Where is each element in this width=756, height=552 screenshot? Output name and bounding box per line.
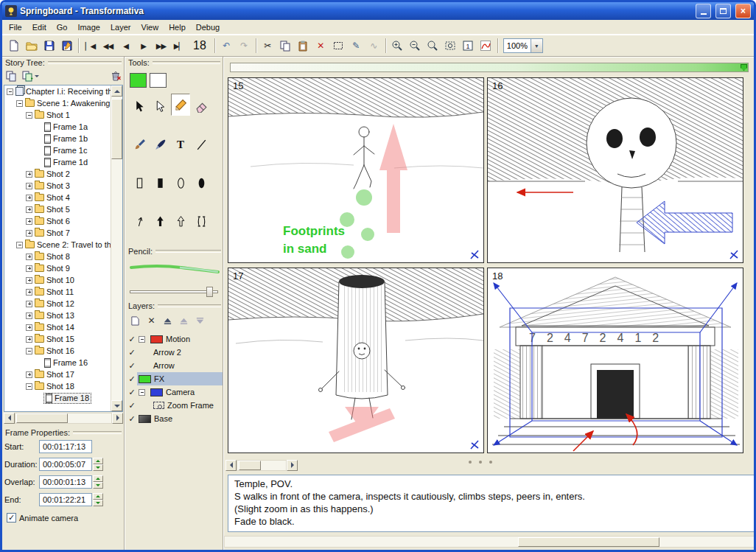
merge-down-button[interactable] (161, 314, 175, 328)
text-tool[interactable]: T (171, 133, 190, 156)
line-tool[interactable] (192, 133, 211, 156)
visibility-check-icon[interactable]: ✓ (127, 361, 137, 371)
nav-first-button[interactable]: ▏◀ (82, 38, 99, 55)
collapse-icon[interactable] (26, 112, 32, 119)
close-button[interactable]: × (735, 4, 751, 18)
nav-next-button[interactable]: ▶ (135, 38, 152, 55)
undo-button[interactable]: ↶ (218, 38, 235, 55)
delete-layer-button[interactable]: ✕ (144, 314, 158, 328)
new-layer-button[interactable] (128, 314, 142, 328)
layer-row-fx-selected[interactable]: ✓FX (127, 372, 223, 385)
end-input[interactable]: 00:01:22:21 (39, 493, 92, 506)
scroll-thumb[interactable] (518, 537, 659, 547)
frame-select-button[interactable] (330, 38, 347, 55)
animate-camera-checkbox[interactable]: ✓ Animate camera (2, 513, 125, 523)
menu-image[interactable]: Image (72, 21, 105, 33)
rectangle-tool[interactable] (130, 172, 149, 194)
checkbox-box[interactable]: ✓ (7, 513, 16, 523)
collapse-icon[interactable] (139, 336, 145, 343)
background-color-swatch[interactable] (150, 73, 167, 88)
bold-arrow-tool[interactable] (150, 210, 169, 232)
scroll-left-button[interactable] (4, 413, 15, 424)
menu-layer[interactable]: Layer (105, 21, 136, 33)
bottom-horizontal-scrollbar[interactable] (224, 536, 755, 548)
storyboard-frame-17[interactable]: 17 (228, 268, 484, 453)
tree-item-shot-11[interactable]: Shot 11 (4, 286, 111, 298)
expand-icon[interactable] (26, 206, 32, 213)
nav-prev-fast-button[interactable]: ◀◀ (99, 38, 116, 55)
filled-rectangle-tool[interactable] (150, 172, 169, 194)
tree-item-shot-12[interactable]: Shot 12 (4, 298, 111, 310)
expand-icon[interactable] (26, 265, 32, 272)
slider-handle[interactable] (206, 287, 213, 297)
select-tool[interactable] (130, 95, 149, 117)
pencil-tool[interactable] (171, 94, 190, 116)
scroll-thumb[interactable] (239, 461, 261, 470)
tree-item-chapter[interactable]: Chapter I.i: Receiving the I (4, 85, 111, 97)
tree-item-frame-18-selected[interactable]: Frame 18 (4, 392, 111, 404)
tree-delete-button[interactable] (108, 69, 123, 83)
expand-icon[interactable] (26, 277, 32, 284)
duration-spinner[interactable] (93, 458, 103, 471)
brush-tool[interactable] (130, 133, 149, 156)
visibility-check-icon[interactable]: ✓ (127, 401, 137, 410)
tree-new-child-button[interactable] (20, 69, 35, 83)
collapse-icon[interactable] (7, 88, 13, 95)
pen-tool[interactable] (150, 133, 169, 156)
dropdown-button[interactable]: ▼ (531, 39, 542, 52)
visibility-check-icon[interactable]: ✓ (127, 348, 137, 357)
foreground-color-swatch[interactable] (130, 73, 147, 88)
visibility-check-icon[interactable]: ✓ (127, 414, 137, 424)
expand-icon[interactable] (26, 371, 32, 378)
tree-item-shot-2[interactable]: Shot 2 (4, 168, 111, 180)
new-node-dropdown-icon[interactable] (35, 75, 39, 77)
tree-item-shot-14[interactable]: Shot 14 (4, 321, 111, 333)
collapse-icon[interactable] (16, 100, 23, 107)
tree-item-shot-8[interactable]: Shot 8 (4, 251, 111, 262)
tree-item-shot-18[interactable]: Shot 18 (4, 380, 111, 392)
collapse-icon[interactable] (26, 383, 32, 390)
scroll-right-button[interactable] (287, 460, 298, 471)
scroll-up-button[interactable] (111, 85, 122, 97)
expand-icon[interactable] (26, 336, 32, 343)
flatten-button[interactable] (193, 314, 207, 328)
tree-new-item-button[interactable] (4, 69, 18, 83)
ellipse-tool[interactable] (171, 172, 190, 194)
expand-icon[interactable] (26, 324, 32, 331)
expand-icon[interactable] (26, 183, 32, 189)
nav-last-button[interactable]: ▶▏ (170, 38, 187, 55)
storyboard-frame-15[interactable]: 15 Footprints in sand (228, 77, 484, 263)
outline-arrow-tool[interactable] (171, 210, 190, 232)
visibility-check-icon[interactable]: ✓ (127, 335, 137, 344)
open-button[interactable] (23, 38, 40, 55)
tree-item-frame-1a[interactable]: Frame 1a (4, 121, 111, 133)
tree-item-scene-1[interactable]: Scene 1: Awakening (4, 97, 111, 109)
menu-debug[interactable]: Debug (191, 21, 225, 33)
title-bar[interactable]: Springboard - Transformativa × (2, 2, 754, 20)
zoom-fit-button[interactable] (424, 38, 441, 55)
tree-item-shot-4[interactable]: Shot 4 (4, 192, 111, 203)
actual-size-button[interactable]: 1 (460, 38, 477, 55)
tree-item-frame-1d[interactable]: Frame 1d (4, 156, 111, 168)
tree-item-shot-10[interactable]: Shot 10 (4, 274, 111, 286)
zoom-level-combobox[interactable]: 100% ▼ (503, 38, 543, 53)
tree-horizontal-scrollbar[interactable] (4, 412, 123, 424)
draw-button[interactable]: ✎ (348, 38, 365, 55)
scroll-thumb[interactable] (16, 413, 68, 423)
storyboard-frame-18[interactable]: 72472412 (487, 268, 743, 453)
delete-button[interactable]: ✕ (312, 38, 329, 55)
tree-item-shot-5[interactable]: Shot 5 (4, 203, 111, 215)
tree-item-scene-2[interactable]: Scene 2: Travel to the (4, 239, 111, 251)
frame-notes[interactable]: Temple, POV. S walks in front of the cam… (228, 475, 755, 532)
canvas-horizontal-scrollbar[interactable] (225, 459, 298, 471)
expand-icon[interactable] (26, 312, 32, 319)
menu-go[interactable]: Go (52, 21, 73, 33)
overlap-spinner[interactable] (93, 475, 103, 489)
layer-row-zoom-frame[interactable]: ✓Zoom Frame (127, 399, 223, 412)
paste-button[interactable] (295, 38, 312, 55)
zoom-out-button[interactable] (407, 38, 424, 55)
expand-icon[interactable] (26, 254, 32, 260)
start-input[interactable]: 00:01:17:13 (39, 440, 92, 453)
tree-item-shot-7[interactable]: Shot 7 (4, 227, 111, 239)
visibility-check-icon[interactable]: ✓ (127, 374, 137, 384)
